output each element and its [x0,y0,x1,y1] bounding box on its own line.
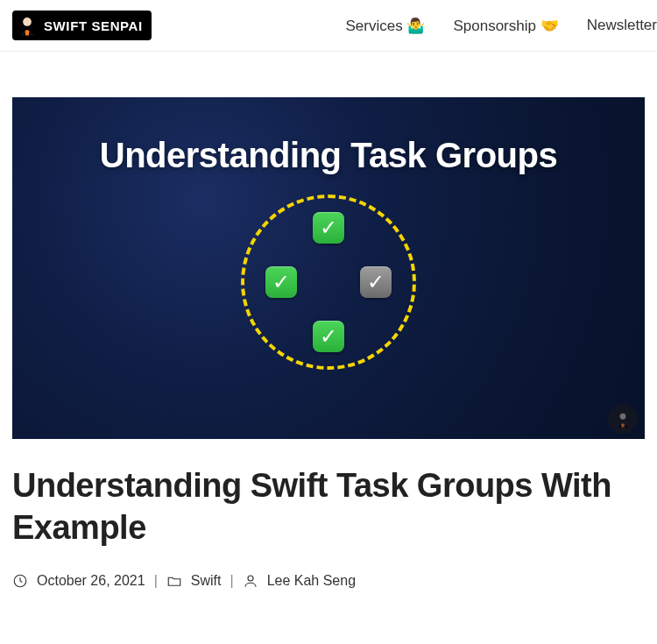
svg-point-3 [248,576,253,581]
handshake-icon: 🤝 [540,18,559,34]
nav-services[interactable]: Services 🤷‍♂️ [346,17,426,35]
logo-text: SWIFT SENPAI [44,18,143,33]
article-category[interactable]: Swift [191,573,222,589]
article-date: October 26, 2021 [37,573,145,589]
nav-label: Services [346,18,403,34]
checkmark-icon: ✓ [313,321,344,352]
shrug-icon: 🤷‍♂️ [406,18,425,34]
hero-image: Understanding Task Groups ✓ ✓ ✓ ✓ [12,97,645,439]
user-icon [243,573,258,589]
logo-avatar-icon [16,14,39,37]
hero-title: Understanding Task Groups [100,136,557,175]
checkmark-icon: ✓ [265,266,297,298]
task-group-diagram: ✓ ✓ ✓ ✓ [241,195,416,370]
article-meta: October 26, 2021 | Swift | Lee Kah Seng [12,573,645,589]
meta-separator: | [154,573,158,589]
nav-newsletter[interactable]: Newsletter [587,17,657,35]
site-logo[interactable]: SWIFT SENPAI [12,11,152,40]
svg-point-0 [23,18,32,26]
meta-separator: | [230,573,233,589]
site-header: SWIFT SENPAI Services 🤷‍♂️ Sponsorship 🤝… [0,0,657,52]
nav-sponsorship[interactable]: Sponsorship 🤝 [453,17,558,35]
article-author[interactable]: Lee Kah Seng [267,573,356,589]
clock-icon [12,573,28,589]
hero-avatar-icon [608,404,638,434]
svg-point-1 [620,414,626,420]
main-nav: Services 🤷‍♂️ Sponsorship 🤝 Newsletter [346,17,657,35]
article-title: Understanding Swift Task Groups With Exa… [12,465,645,548]
checkmark-icon: ✓ [313,212,344,244]
folder-icon [166,573,182,589]
checkmark-grey-icon: ✓ [360,266,392,298]
article-content: Understanding Task Groups ✓ ✓ ✓ ✓ Unders… [0,97,657,589]
nav-label: Sponsorship [453,18,536,34]
nav-label: Newsletter [587,17,657,33]
